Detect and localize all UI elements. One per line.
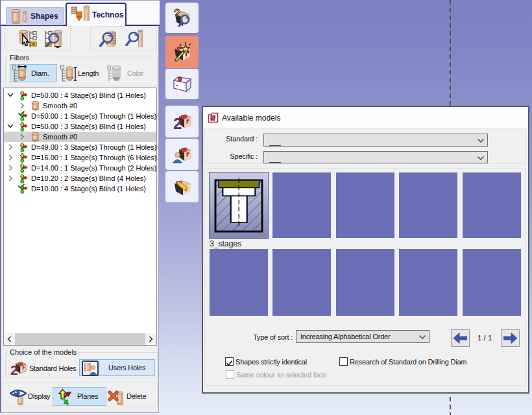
svg-text:?: ? <box>174 8 180 19</box>
svg-text:2: 2 <box>173 115 182 132</box>
svg-text:2: 2 <box>10 362 18 377</box>
